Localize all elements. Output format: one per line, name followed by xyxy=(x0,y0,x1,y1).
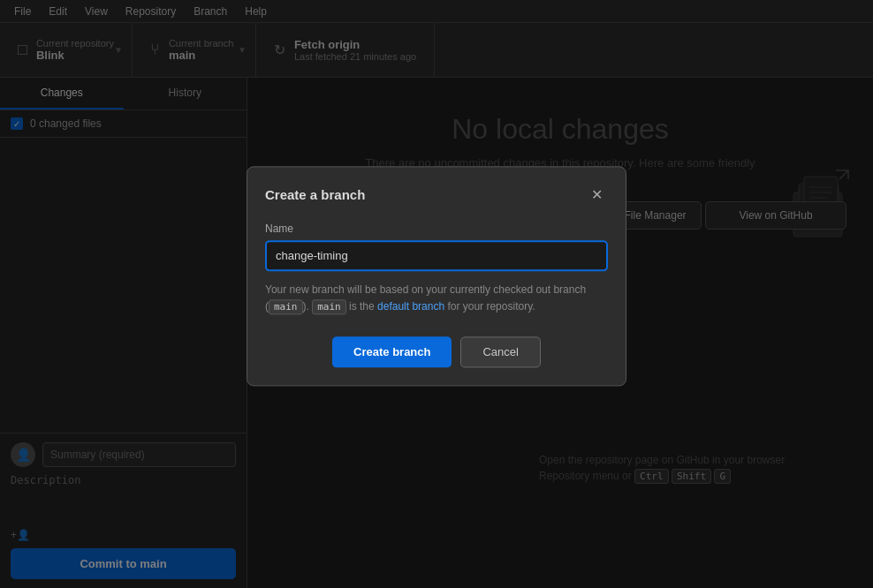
cancel-button[interactable]: Cancel xyxy=(460,337,540,368)
modal-actions: Create branch Cancel xyxy=(265,337,608,368)
main-code-2: main xyxy=(312,300,346,315)
create-branch-button[interactable]: Create branch xyxy=(332,337,452,368)
modal-close-button[interactable]: ✕ xyxy=(586,185,608,205)
create-branch-modal: Create a branch ✕ Name Your new branch w… xyxy=(247,166,626,386)
modal-header: Create a branch ✕ xyxy=(265,185,608,205)
modal-title: Create a branch xyxy=(265,187,365,202)
main-code-1: main xyxy=(269,300,303,315)
name-label: Name xyxy=(265,222,608,235)
branch-name-input[interactable] xyxy=(265,240,608,271)
modal-info-text: Your new branch will be based on your cu… xyxy=(265,282,608,315)
default-branch-link[interactable]: default branch xyxy=(377,301,444,313)
